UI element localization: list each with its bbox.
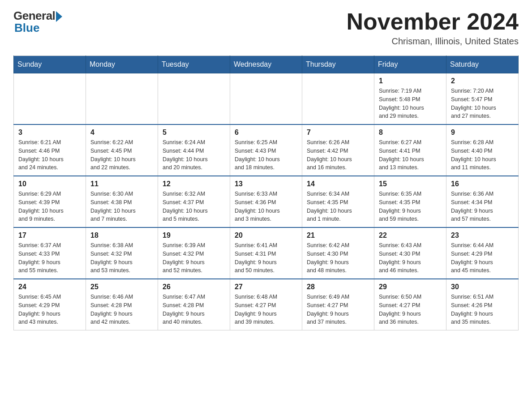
day-info: Sunrise: 6:50 AM Sunset: 4:27 PM Dayligh… (379, 294, 421, 325)
day-info: Sunrise: 6:37 AM Sunset: 4:33 PM Dayligh… (18, 242, 61, 274)
day-of-week-header: Friday (374, 56, 446, 73)
calendar-day-cell: 12Sunrise: 6:32 AM Sunset: 4:37 PM Dayli… (158, 176, 230, 227)
day-info: Sunrise: 6:25 AM Sunset: 4:43 PM Dayligh… (235, 139, 280, 171)
calendar-day-cell: 22Sunrise: 6:43 AM Sunset: 4:30 PM Dayli… (374, 227, 446, 279)
day-info: Sunrise: 6:26 AM Sunset: 4:42 PM Dayligh… (307, 139, 352, 171)
calendar-day-cell (230, 73, 302, 125)
calendar-day-cell: 30Sunrise: 6:51 AM Sunset: 4:26 PM Dayli… (446, 279, 519, 330)
calendar-day-cell: 16Sunrise: 6:36 AM Sunset: 4:34 PM Dayli… (446, 176, 519, 227)
day-info: Sunrise: 6:41 AM Sunset: 4:31 PM Dayligh… (235, 242, 277, 274)
day-info: Sunrise: 6:36 AM Sunset: 4:34 PM Dayligh… (451, 191, 493, 222)
calendar-day-cell: 15Sunrise: 6:35 AM Sunset: 4:35 PM Dayli… (374, 176, 446, 227)
day-number: 10 (18, 180, 81, 188)
day-number: 23 (451, 231, 514, 240)
calendar-day-cell (302, 73, 374, 125)
calendar-day-cell: 20Sunrise: 6:41 AM Sunset: 4:31 PM Dayli… (230, 227, 302, 279)
title-section: November 2024 Chrisman, Illinois, United… (347, 9, 519, 47)
calendar-day-cell: 17Sunrise: 6:37 AM Sunset: 4:33 PM Dayli… (14, 227, 86, 279)
day-info: Sunrise: 6:46 AM Sunset: 4:28 PM Dayligh… (90, 294, 133, 325)
day-number: 28 (307, 283, 369, 291)
day-number: 4 (90, 128, 153, 137)
day-number: 18 (90, 231, 153, 240)
calendar-day-cell: 21Sunrise: 6:42 AM Sunset: 4:30 PM Dayli… (302, 227, 374, 279)
day-number: 27 (235, 283, 297, 291)
day-info: Sunrise: 6:47 AM Sunset: 4:28 PM Dayligh… (163, 294, 205, 325)
day-of-week-header: Sunday (14, 56, 86, 73)
day-info: Sunrise: 6:28 AM Sunset: 4:40 PM Dayligh… (451, 139, 496, 171)
day-info: Sunrise: 6:39 AM Sunset: 4:32 PM Dayligh… (163, 242, 205, 274)
calendar-table: SundayMondayTuesdayWednesdayThursdayFrid… (13, 56, 519, 330)
calendar-day-cell (14, 73, 86, 125)
day-number: 6 (235, 128, 297, 137)
day-number: 30 (451, 283, 514, 291)
day-number: 8 (379, 128, 442, 137)
day-info: Sunrise: 6:48 AM Sunset: 4:27 PM Dayligh… (235, 294, 277, 325)
calendar-week-row: 3Sunrise: 6:21 AM Sunset: 4:46 PM Daylig… (14, 124, 519, 176)
logo: General Blue (13, 9, 62, 35)
logo-blue-text: Blue (13, 21, 39, 35)
calendar-day-cell (86, 73, 158, 125)
calendar-day-cell: 3Sunrise: 6:21 AM Sunset: 4:46 PM Daylig… (14, 124, 86, 176)
logo-arrow-icon (56, 11, 62, 22)
day-number: 5 (163, 128, 225, 137)
day-number: 15 (379, 180, 442, 188)
calendar-day-cell: 9Sunrise: 6:28 AM Sunset: 4:40 PM Daylig… (446, 124, 519, 176)
day-number: 1 (379, 77, 442, 85)
day-info: Sunrise: 6:38 AM Sunset: 4:32 PM Dayligh… (90, 242, 133, 274)
calendar-day-cell: 6Sunrise: 6:25 AM Sunset: 4:43 PM Daylig… (230, 124, 302, 176)
calendar-subtitle: Chrisman, Illinois, United States (347, 36, 519, 47)
calendar-day-cell (158, 73, 230, 125)
day-info: Sunrise: 6:44 AM Sunset: 4:29 PM Dayligh… (451, 242, 493, 274)
day-number: 22 (379, 231, 442, 240)
day-info: Sunrise: 6:42 AM Sunset: 4:30 PM Dayligh… (307, 242, 349, 274)
day-number: 25 (90, 283, 153, 291)
day-of-week-header: Tuesday (158, 56, 230, 73)
calendar-day-cell: 29Sunrise: 6:50 AM Sunset: 4:27 PM Dayli… (374, 279, 446, 330)
day-of-week-header: Saturday (446, 56, 519, 73)
calendar-day-cell: 13Sunrise: 6:33 AM Sunset: 4:36 PM Dayli… (230, 176, 302, 227)
day-info: Sunrise: 6:49 AM Sunset: 4:27 PM Dayligh… (307, 294, 349, 325)
day-of-week-header: Wednesday (230, 56, 302, 73)
calendar-day-cell: 8Sunrise: 6:27 AM Sunset: 4:41 PM Daylig… (374, 124, 446, 176)
day-number: 3 (18, 128, 81, 137)
day-number: 17 (18, 231, 81, 240)
calendar-day-cell: 26Sunrise: 6:47 AM Sunset: 4:28 PM Dayli… (158, 279, 230, 330)
day-number: 13 (235, 180, 297, 188)
day-info: Sunrise: 6:45 AM Sunset: 4:29 PM Dayligh… (18, 294, 61, 325)
day-info: Sunrise: 7:20 AM Sunset: 5:47 PM Dayligh… (451, 88, 496, 119)
day-info: Sunrise: 6:21 AM Sunset: 4:46 PM Dayligh… (18, 139, 64, 171)
calendar-title: November 2024 (347, 9, 519, 34)
day-info: Sunrise: 6:43 AM Sunset: 4:30 PM Dayligh… (379, 242, 421, 274)
calendar-day-cell: 4Sunrise: 6:22 AM Sunset: 4:45 PM Daylig… (86, 124, 158, 176)
day-number: 19 (163, 231, 225, 240)
calendar-day-cell: 1Sunrise: 7:19 AM Sunset: 5:48 PM Daylig… (374, 73, 446, 125)
calendar-day-cell: 10Sunrise: 6:29 AM Sunset: 4:39 PM Dayli… (14, 176, 86, 227)
day-info: Sunrise: 6:35 AM Sunset: 4:35 PM Dayligh… (379, 191, 421, 222)
calendar-day-cell: 24Sunrise: 6:45 AM Sunset: 4:29 PM Dayli… (14, 279, 86, 330)
calendar-day-cell: 28Sunrise: 6:49 AM Sunset: 4:27 PM Dayli… (302, 279, 374, 330)
day-info: Sunrise: 6:51 AM Sunset: 4:26 PM Dayligh… (451, 294, 493, 325)
calendar-day-cell: 2Sunrise: 7:20 AM Sunset: 5:47 PM Daylig… (446, 73, 519, 125)
days-header-row: SundayMondayTuesdayWednesdayThursdayFrid… (14, 56, 519, 73)
day-info: Sunrise: 6:32 AM Sunset: 4:37 PM Dayligh… (163, 191, 208, 222)
day-number: 9 (451, 128, 514, 137)
page-header: General Blue November 2024 Chrisman, Ill… (13, 9, 519, 47)
calendar-day-cell: 14Sunrise: 6:34 AM Sunset: 4:35 PM Dayli… (302, 176, 374, 227)
calendar-day-cell: 7Sunrise: 6:26 AM Sunset: 4:42 PM Daylig… (302, 124, 374, 176)
calendar-day-cell: 27Sunrise: 6:48 AM Sunset: 4:27 PM Dayli… (230, 279, 302, 330)
calendar-day-cell: 25Sunrise: 6:46 AM Sunset: 4:28 PM Dayli… (86, 279, 158, 330)
day-info: Sunrise: 6:24 AM Sunset: 4:44 PM Dayligh… (163, 139, 208, 171)
day-number: 26 (163, 283, 225, 291)
day-number: 11 (90, 180, 153, 188)
day-number: 16 (451, 180, 514, 188)
day-info: Sunrise: 6:29 AM Sunset: 4:39 PM Dayligh… (18, 191, 64, 222)
day-info: Sunrise: 6:30 AM Sunset: 4:38 PM Dayligh… (90, 191, 136, 222)
day-number: 14 (307, 180, 369, 188)
day-of-week-header: Monday (86, 56, 158, 73)
calendar-week-row: 24Sunrise: 6:45 AM Sunset: 4:29 PM Dayli… (14, 279, 519, 330)
calendar-day-cell: 18Sunrise: 6:38 AM Sunset: 4:32 PM Dayli… (86, 227, 158, 279)
day-number: 20 (235, 231, 297, 240)
day-info: Sunrise: 6:33 AM Sunset: 4:36 PM Dayligh… (235, 191, 280, 222)
calendar-week-row: 17Sunrise: 6:37 AM Sunset: 4:33 PM Dayli… (14, 227, 519, 279)
day-number: 12 (163, 180, 225, 188)
